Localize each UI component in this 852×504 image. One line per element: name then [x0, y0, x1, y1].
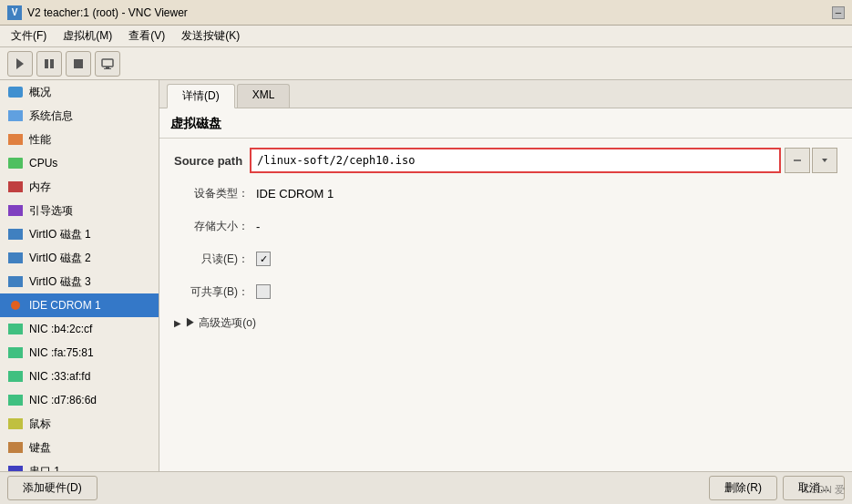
sidebar-item-sysinfo[interactable]: 系统信息	[0, 104, 159, 128]
sidebar-label-nic-33af: NIC :33:af:fd	[29, 370, 90, 383]
cpu-icon	[7, 157, 24, 170]
shareable-row: 可共享(B)：	[174, 279, 837, 304]
sidebar-item-nic-b42c[interactable]: NIC :b4:2c:cf	[0, 317, 159, 341]
menu-sendkey[interactable]: 发送按键(K)	[174, 26, 247, 46]
advanced-options-label: ▶ 高级选项(o)	[185, 315, 256, 331]
storage-size-label: 存储大小：	[174, 219, 256, 234]
mouse-icon	[7, 417, 24, 430]
menu-vm[interactable]: 虚拟机(M)	[56, 26, 119, 46]
watermark: CSDN 爱	[804, 483, 845, 497]
readonly-row: 只读(E)：	[174, 246, 837, 272]
source-path-buttons	[785, 148, 837, 173]
toolbar-display-btn[interactable]	[95, 51, 120, 77]
form-area: Source path 设备类型： IDE CDROM 1 存储大小：	[159, 139, 852, 471]
sidebar-label-keyboard: 键盘	[29, 440, 51, 456]
minimize-button[interactable]: ─	[832, 6, 845, 19]
sidebar-item-virtio-disk3[interactable]: VirtIO 磁盘 3	[0, 270, 159, 293]
boot-icon	[7, 204, 24, 217]
overview-icon	[7, 86, 24, 98]
app-icon: V	[7, 5, 22, 20]
source-path-label: Source path	[174, 154, 250, 168]
menu-view[interactable]: 查看(V)	[121, 26, 172, 46]
toolbar-run-btn[interactable]	[7, 51, 33, 77]
sidebar-item-boot[interactable]: 引导选项	[0, 199, 159, 222]
sidebar-item-nic-33af[interactable]: NIC :33:af:fd	[0, 365, 159, 388]
toolbar-stop-btn[interactable]	[66, 51, 91, 77]
sidebar: 概况 系统信息 性能 CPUs 内存 引导选项 VirtIO 磁盘 1 Vir	[0, 80, 159, 471]
device-type-label: 设备类型：	[174, 186, 256, 201]
sidebar-label-memory: 内存	[29, 180, 51, 195]
sidebar-label-overview: 概况	[29, 85, 51, 100]
sidebar-label-boot: 引导选项	[29, 203, 73, 219]
sidebar-item-nic-d786[interactable]: NIC :d7:86:6d	[0, 388, 159, 412]
source-path-clear-btn[interactable]	[785, 148, 810, 173]
sidebar-label-cpus: CPUs	[29, 157, 57, 170]
content-area: 详情(D) XML 虚拟磁盘 Source path	[159, 80, 852, 471]
sidebar-item-virtio-disk2[interactable]: VirtIO 磁盘 2	[0, 246, 159, 270]
svg-marker-0	[16, 58, 24, 69]
source-path-row: Source path	[174, 148, 837, 173]
sidebar-item-cpus[interactable]: CPUs	[0, 151, 159, 175]
menu-file[interactable]: 文件(F)	[4, 26, 54, 46]
delete-button[interactable]: 删除(R)	[709, 476, 777, 500]
triangle-icon: ▶	[174, 318, 181, 328]
sysinfo-icon	[7, 109, 24, 122]
device-type-row: 设备类型： IDE CDROM 1	[174, 180, 837, 206]
readonly-checkbox[interactable]	[256, 252, 271, 266]
tab-bar: 详情(D) XML	[159, 80, 852, 108]
storage-size-row: 存储大小： -	[174, 213, 837, 239]
keyboard-icon	[7, 441, 24, 454]
svg-rect-3	[74, 59, 83, 68]
svg-rect-5	[106, 67, 109, 68]
sidebar-label-virtio-disk2: VirtIO 磁盘 2	[29, 251, 91, 266]
sidebar-label-ide-cdrom1: IDE CDROM 1	[29, 299, 101, 312]
add-hardware-button[interactable]: 添加硬件(D)	[7, 476, 98, 500]
readonly-label: 只读(E)：	[174, 252, 256, 267]
cdrom-icon	[7, 299, 24, 312]
nic2-icon	[7, 346, 24, 359]
svg-rect-1	[45, 59, 48, 68]
toolbar-pause-btn[interactable]	[36, 51, 62, 77]
sidebar-item-virtio-disk1[interactable]: VirtIO 磁盘 1	[0, 222, 159, 246]
tab-xml[interactable]: XML	[237, 84, 291, 108]
menu-bar: 文件(F) 虚拟机(M) 查看(V) 发送按键(K)	[0, 26, 852, 47]
main-container: 概况 系统信息 性能 CPUs 内存 引导选项 VirtIO 磁盘 1 Vir	[0, 80, 852, 471]
sidebar-label-virtio-disk1: VirtIO 磁盘 1	[29, 227, 91, 242]
shareable-label: 可共享(B)：	[174, 284, 256, 300]
disk2-icon	[7, 252, 24, 264]
sidebar-item-ide-cdrom1[interactable]: IDE CDROM 1	[0, 293, 159, 317]
sidebar-item-serial1[interactable]: 串口 1	[0, 459, 159, 471]
svg-rect-2	[50, 59, 54, 68]
sidebar-label-serial1: 串口 1	[29, 464, 60, 472]
sidebar-label-nic-d786: NIC :d7:86:6d	[29, 394, 97, 406]
source-path-dropdown-btn[interactable]	[812, 148, 837, 173]
toolbar	[0, 47, 852, 80]
svg-marker-8	[822, 159, 827, 162]
sidebar-item-keyboard[interactable]: 键盘	[0, 436, 159, 459]
bottom-bar: 添加硬件(D) 删除(R) 取消...	[0, 471, 852, 504]
bottom-left: 添加硬件(D)	[7, 476, 98, 500]
disk1-icon	[7, 228, 24, 241]
sidebar-item-memory[interactable]: 内存	[0, 175, 159, 199]
sidebar-label-perf: 性能	[29, 132, 51, 148]
sidebar-item-mouse[interactable]: 鼠标	[0, 412, 159, 436]
source-path-input[interactable]	[250, 148, 781, 173]
sidebar-label-nic-fa75: NIC :fa:75:81	[29, 346, 94, 359]
nic1-icon	[7, 323, 24, 335]
sidebar-item-perf[interactable]: 性能	[0, 128, 159, 151]
device-type-value: IDE CDROM 1	[256, 187, 334, 201]
memory-icon	[7, 180, 24, 193]
sidebar-item-nic-fa75[interactable]: NIC :fa:75:81	[0, 341, 159, 365]
shareable-checkbox[interactable]	[256, 284, 271, 299]
sidebar-item-overview[interactable]: 概况	[0, 80, 159, 104]
svg-rect-6	[104, 68, 111, 69]
perf-icon	[7, 133, 24, 146]
advanced-options-toggle[interactable]: ▶ ▶ 高级选项(o)	[174, 312, 837, 334]
storage-size-value: -	[256, 220, 260, 233]
sidebar-label-nic-b42c: NIC :b4:2c:cf	[29, 323, 92, 335]
svg-rect-4	[102, 59, 113, 67]
serial-icon	[7, 465, 24, 471]
tab-details[interactable]: 详情(D)	[167, 84, 235, 108]
sidebar-label-virtio-disk3: VirtIO 磁盘 3	[29, 274, 91, 290]
title-bar: V V2 teacher:1 (root) - VNC Viewer ─	[0, 0, 852, 26]
